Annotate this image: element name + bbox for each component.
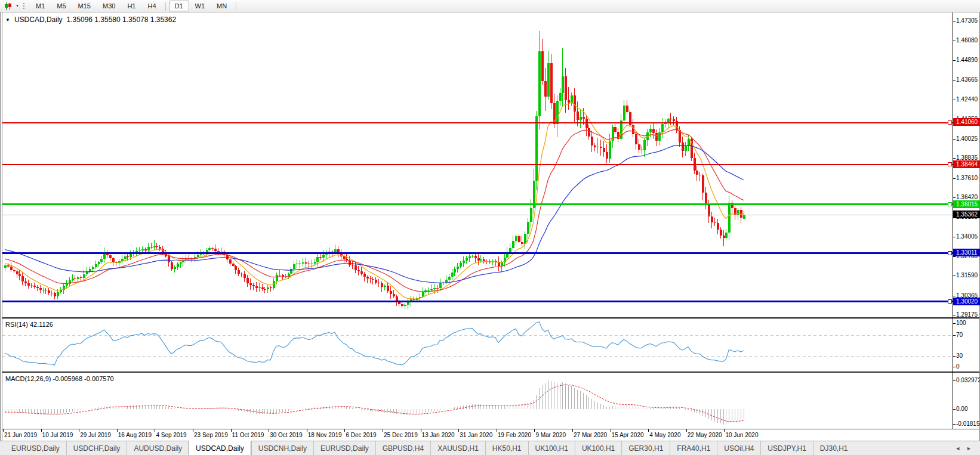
rsi-axis-tick: 100: [956, 320, 966, 327]
macd-histogram: [5, 380, 744, 424]
toolbar: ▾ M1M5M15M30H1H4 D1W1MN: [0, 0, 980, 13]
chart-tab[interactable]: USDCAD,Daily: [189, 441, 251, 455]
macd-signal-line: [5, 385, 744, 421]
time-axis[interactable]: 21 Jun 201910 Jul 201929 Jul 201916 Aug …: [0, 429, 953, 441]
tabs-scroll-right-icon[interactable]: ►: [966, 445, 972, 451]
tab-scroll-arrows: ◄ ►: [955, 441, 980, 455]
chart-tool-icon[interactable]: [2, 1, 14, 11]
chart-tab[interactable]: UK100,H1: [528, 441, 575, 455]
timeframe-button[interactable]: MN: [211, 1, 233, 11]
time-axis-label: 29 Jul 2019: [80, 432, 111, 438]
price-axis-tick: 1.46080: [956, 37, 978, 44]
time-axis-label: 27 Mar 2020: [574, 432, 607, 438]
level-price-label: 1.38464: [953, 160, 980, 168]
timeframe-button[interactable]: M30: [97, 1, 121, 11]
chart-tab[interactable]: GER30,H1: [621, 441, 670, 455]
macd-indicator-label: MACD(12,26,9) -0.005968 -0.007570: [5, 375, 114, 382]
time-axis-label: 25 Dec 2019: [384, 432, 418, 438]
chart-tab[interactable]: EURUSD,Daily: [313, 441, 375, 455]
price-axis-tick: 1.40025: [956, 135, 978, 143]
tabs-scroll-left-icon[interactable]: ◄: [955, 445, 960, 451]
time-axis-label: 15 Apr 2020: [612, 432, 644, 438]
level-line-handle[interactable]: [948, 252, 952, 255]
macd-axis-tick: 0.00: [956, 406, 967, 413]
macd-axis-tick: -0.018154: [956, 420, 980, 428]
timeframe-button[interactable]: W1: [189, 1, 211, 11]
rsi-level-lines: [2, 336, 953, 357]
time-axis-label: 11 Oct 2019: [232, 432, 264, 438]
mini-candles-icon: [4, 2, 12, 10]
level-line-handle[interactable]: [948, 121, 952, 125]
timeframe-group-higher: D1W1MN: [169, 1, 233, 11]
level-price-label: 1.30020: [953, 298, 980, 305]
rsi-axis-tick: 30: [956, 352, 963, 360]
timeframe-button[interactable]: H1: [121, 1, 141, 11]
toolbar-dropdown-caret[interactable]: ▾: [14, 4, 21, 8]
time-axis-label: 22 May 2020: [688, 432, 722, 438]
rsi-indicator-label: RSI(14) 42.1126: [5, 321, 53, 328]
toolbar-separator: [236, 2, 236, 11]
window-frame: [0, 13, 980, 441]
time-axis-label: 21 Jun 2019: [4, 432, 37, 438]
candlestick-series: [4, 31, 745, 309]
chart-tab[interactable]: XAUUSD,H1: [430, 441, 485, 455]
time-axis-label: 23 Sep 2019: [194, 432, 228, 438]
chart-tabs: EURUSD,DailyUSDCHF,DailyAUDUSD,DailyUSDC…: [0, 441, 855, 455]
chart-tab[interactable]: USOil,H4: [717, 441, 760, 455]
time-axis-label: 31 Jan 2020: [460, 432, 492, 438]
current-price-label: 1.35362: [953, 211, 980, 218]
time-axis-label: 10 Jul 2019: [42, 432, 73, 438]
level-price-label: 1.36015: [953, 200, 980, 208]
price-axis-tick: 1.44890: [956, 57, 978, 64]
timeframe-button[interactable]: M1: [30, 1, 51, 11]
price-axis-tick: 1.42440: [956, 96, 978, 103]
chart-tab-bar: EURUSD,DailyUSDCHF,DailyAUDUSD,DailyUSDC…: [0, 441, 980, 455]
price-axis-tick: 1.37610: [956, 175, 978, 182]
chart-tab[interactable]: FRA40,H1: [670, 441, 717, 455]
time-axis-label: 4 May 2020: [649, 432, 680, 438]
timeframe-button[interactable]: D1: [169, 1, 189, 11]
rsi-line: [5, 322, 744, 366]
chart-header: ▼ USDCAD,Daily 1.35096 1.35580 1.35078 1…: [5, 16, 176, 24]
chart-tab[interactable]: DJ30,H1: [813, 441, 855, 455]
chart-tab[interactable]: AUDUSD,Daily: [127, 441, 189, 455]
macd-axis-tick: 0.032972: [956, 377, 980, 384]
price-axis-tick: 1.31590: [956, 272, 978, 279]
rsi-axis-tick: 70: [956, 332, 963, 339]
chart-ohlc-values: 1.35096 1.35580 1.35078 1.35362: [67, 16, 177, 24]
timeframe-button[interactable]: M15: [72, 1, 97, 11]
level-price-label: 1.41060: [953, 118, 980, 126]
time-axis-label: 16 Aug 2019: [118, 432, 152, 438]
price-axis-tick: 1.29175: [956, 311, 978, 318]
rsi-axis-tick: 0: [956, 363, 960, 370]
timeframe-button[interactable]: M5: [51, 1, 72, 11]
time-axis-label: 10 Jun 2020: [725, 432, 758, 438]
chart-tab[interactable]: USDCHF,Daily: [66, 441, 127, 455]
level-line-handle[interactable]: [948, 300, 952, 304]
chart-collapse-icon[interactable]: ▼: [5, 17, 10, 23]
panel-structure: [2, 13, 979, 432]
price-axis[interactable]: 1.473051.460801.448901.436651.424401.412…: [953, 0, 980, 441]
chart-tab[interactable]: EURUSD,Daily: [5, 441, 66, 455]
price-axis-tick: 1.34005: [956, 233, 978, 240]
timeframe-button[interactable]: H4: [141, 1, 162, 11]
level-line-handle[interactable]: [948, 203, 952, 206]
time-axis-label: 13 Jan 2020: [422, 432, 455, 438]
time-axis-label: 6 Dec 2019: [346, 432, 376, 438]
chart-tab[interactable]: USDJPY,H1: [760, 441, 812, 455]
toolbar-separator: [165, 2, 166, 11]
timeframe-group-intraday: M1M5M15M30H1H4: [30, 1, 162, 11]
time-axis-label: 30 Oct 2019: [270, 432, 302, 438]
chart-tab[interactable]: HK50,H1: [485, 441, 528, 455]
chart-tab[interactable]: GBPUSD,H4: [375, 441, 430, 455]
chart-title: USDCAD,Daily: [14, 16, 63, 24]
time-axis-label: 18 Nov 2019: [308, 432, 342, 438]
time-axis-label: 19 Feb 2020: [498, 432, 531, 438]
chart-tab[interactable]: USDCNH,Daily: [251, 441, 313, 455]
chart-tab[interactable]: UK100,H1: [575, 441, 621, 455]
time-axis-label: 9 Mar 2020: [535, 432, 566, 438]
price-axis-tick: 1.43665: [956, 76, 978, 83]
level-line-handle[interactable]: [948, 163, 952, 166]
chart-canvas[interactable]: [0, 0, 980, 455]
level-price-label: 1.33011: [953, 249, 980, 256]
